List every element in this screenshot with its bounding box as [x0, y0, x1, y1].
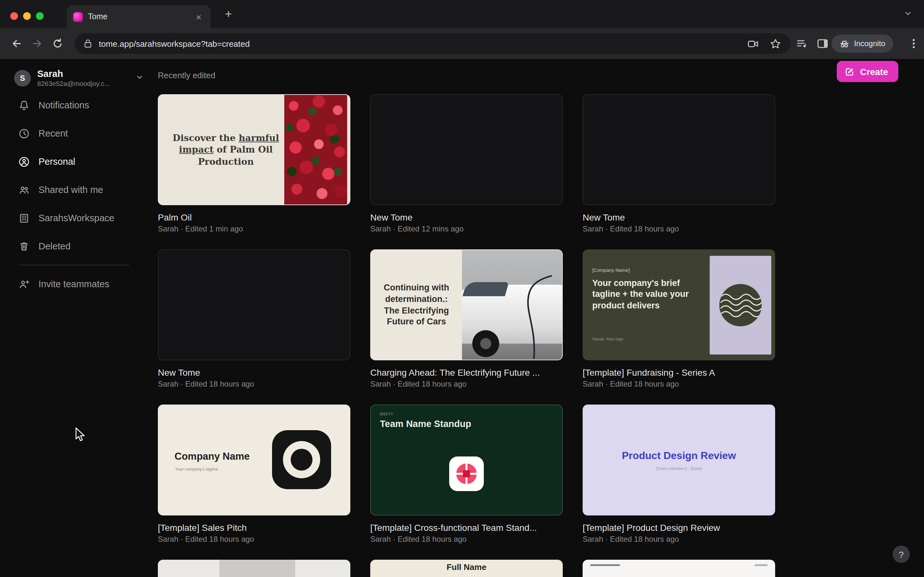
incognito-label: Incognito [854, 39, 885, 48]
close-window-button[interactable] [10, 12, 18, 20]
sidebar-item-recent[interactable]: Recent [14, 119, 146, 147]
address-bar[interactable]: tome.app/sarahsworkspace?tab=created [74, 33, 790, 54]
people-icon [18, 184, 30, 196]
help-button[interactable]: ? [893, 546, 910, 563]
tab-search-chevron-icon[interactable] [903, 9, 913, 18]
sidebar-item-label: Recent [39, 128, 68, 139]
create-button[interactable]: Create [837, 61, 898, 82]
company-logo-icon [272, 430, 331, 489]
car-image [462, 250, 562, 359]
sidebar-divider [18, 265, 129, 266]
thumb-heading: Continuing with determination.: The Elec… [371, 250, 462, 359]
tome-app: S Sarah 8263e52a@moodjoy.c... Notificati… [0, 59, 924, 577]
wavy-logo-icon [719, 284, 762, 326]
screen: Tome × + tome.app/sarahsworkspace?tab=cr… [0, 0, 924, 577]
new-tab-button[interactable]: + [221, 6, 236, 22]
back-button[interactable] [10, 37, 23, 50]
sidebar-item-label: Deleted [39, 241, 71, 251]
thumb-heading: Company Name [174, 451, 264, 462]
tome-card-team-standup[interactable]: M/D/YY Team Name Standup [Template] Cros… [370, 405, 563, 544]
card-thumbnail: Product Design Review [Team members] · [… [583, 405, 775, 516]
card-meta: Sarah · Edited 18 hours ago [158, 535, 351, 544]
card-meta: Sarah · Edited 18 hours ago [370, 535, 563, 544]
bell-icon [18, 99, 30, 111]
person-add-icon [18, 278, 30, 290]
tab-strip: Tome × + [0, 0, 924, 28]
sidebar-item-personal[interactable]: Personal [14, 147, 146, 176]
workspace-switcher[interactable]: S Sarah 8263e52a@moodjoy.c... [14, 67, 140, 90]
sidebar-nav: Notifications Recent Personal [14, 91, 146, 298]
card-meta: Sarah · Edited 18 hours ago [583, 535, 775, 544]
card-thumbnail: M/D/YY Team Name Standup [370, 405, 563, 516]
thumb-caption: Visual: Your logo [592, 337, 624, 341]
card-title: Palm Oil [158, 212, 351, 222]
trash-icon [18, 240, 30, 252]
tome-card-product-design-review[interactable]: Product Design Review [Team members] · [… [583, 405, 775, 544]
sidebar-item-deleted[interactable]: Deleted [14, 232, 146, 260]
side-panel-icon[interactable] [816, 37, 829, 50]
thumb-heading: Your company's brief tagline + the value… [592, 277, 700, 311]
card-thumbnail: Company Name Your company's tagline [158, 405, 351, 516]
clock-icon [18, 127, 30, 139]
browser-toolbar: tome.app/sarahsworkspace?tab=created Inc… [0, 28, 924, 59]
card-meta: Sarah · Edited 1 min ago [158, 224, 351, 234]
lock-icon[interactable] [83, 39, 92, 49]
tome-card-sales-pitch[interactable]: Company Name Your company's tagline [Tem… [158, 405, 351, 544]
chevron-down-icon [136, 73, 144, 81]
tome-card-new-tome[interactable]: New Tome Sarah · Edited 12 mins ago [370, 94, 563, 234]
card-thumbnail: Continuing with determination.: The Elec… [370, 250, 563, 360]
tome-card-palm-oil[interactable]: Discover the harmful impact of Palm Oil … [158, 94, 351, 234]
minimize-window-button[interactable] [23, 12, 31, 20]
card-thumbnail [158, 250, 351, 360]
card-title: [Template] Sales Pitch [158, 522, 351, 533]
tome-card-partial[interactable] [583, 560, 775, 577]
browser-menu-icon[interactable] [907, 37, 920, 50]
card-title: [Template] Fundraising - Series A [583, 367, 775, 378]
tome-card-partial[interactable] [158, 560, 351, 577]
sidebar: S Sarah 8263e52a@moodjoy.c... Notificati… [0, 59, 146, 577]
tome-card-new-tome[interactable]: New Tome Sarah · Edited 18 hours ago [158, 250, 351, 388]
media-controls-icon[interactable] [796, 37, 809, 50]
card-title: [Template] Cross-functional Team Stand..… [370, 522, 563, 533]
card-thumbnail [158, 560, 351, 577]
camera-icon[interactable] [747, 37, 759, 50]
sidebar-item-label: Shared with me [39, 185, 103, 195]
sidebar-item-label: Invite teammates [39, 279, 110, 289]
thumb-heading: Full Name [370, 562, 563, 572]
thumb-heading: Team Name Standup [380, 419, 471, 429]
sidebar-item-notifications[interactable]: Notifications [14, 91, 146, 119]
reload-button[interactable] [51, 37, 64, 50]
team-logo-icon [449, 456, 484, 491]
forward-button[interactable] [31, 37, 44, 50]
card-thumbnail: [Company Name] Your company's brief tagl… [583, 250, 775, 360]
sidebar-item-shared-with-me[interactable]: Shared with me [14, 176, 146, 204]
sidebar-item-label: SarahsWorkspace [39, 213, 114, 223]
tome-card-new-tome[interactable]: New Tome Sarah · Edited 18 hours ago [583, 94, 775, 234]
window-controls [10, 12, 44, 20]
close-tab-icon[interactable]: × [193, 11, 204, 23]
url-text: tome.app/sarahsworkspace?tab=created [99, 39, 737, 48]
tab-title: Tome [88, 12, 193, 21]
compose-icon [845, 66, 855, 77]
card-meta: Sarah · Edited 12 mins ago [370, 224, 563, 234]
tome-card-partial[interactable]: Full Name [370, 560, 563, 577]
bookmark-star-icon[interactable] [769, 37, 782, 50]
thumb-heading: Product Design Review [622, 450, 736, 461]
browser-tab[interactable]: Tome × [67, 5, 210, 28]
incognito-badge[interactable]: Incognito [832, 35, 893, 53]
sidebar-item-label: Personal [39, 156, 75, 167]
card-meta: Sarah · Edited 18 hours ago [370, 380, 563, 388]
card-title: New Tome [158, 367, 351, 378]
thumb-label: [Company Name] [592, 268, 630, 273]
thumb-date: M/D/YY [380, 412, 393, 416]
avatar: S [14, 70, 31, 87]
tome-card-fundraising[interactable]: [Company Name] Your company's brief tagl… [583, 250, 775, 388]
tome-favicon-icon [73, 12, 83, 21]
sidebar-item-invite-teammates[interactable]: Invite teammates [14, 270, 146, 298]
sidebar-item-workspace[interactable]: SarahsWorkspace [14, 204, 146, 232]
tome-card-charging-ahead[interactable]: Continuing with determination.: The Elec… [370, 250, 563, 388]
fullscreen-window-button[interactable] [36, 12, 44, 20]
card-thumbnail: Full Name [370, 560, 563, 577]
card-meta: Sarah · Edited 18 hours ago [583, 380, 775, 388]
thumb-sub: Your company's tagline [175, 467, 218, 471]
